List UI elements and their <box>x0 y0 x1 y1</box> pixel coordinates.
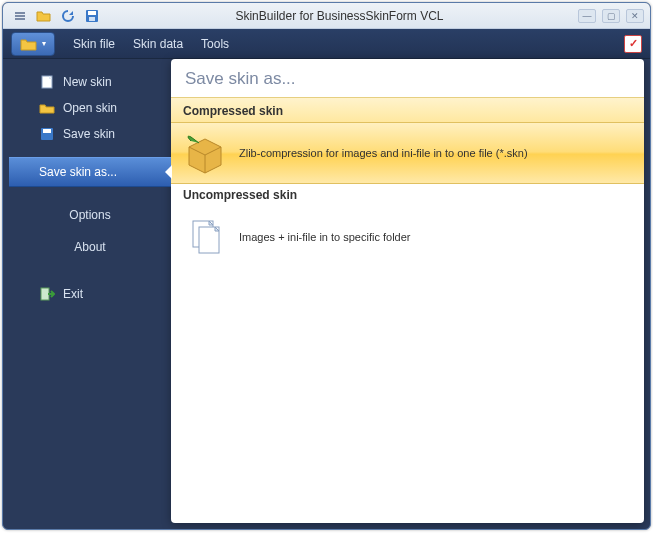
svg-rect-8 <box>43 129 51 133</box>
help-button[interactable]: ✓ <box>624 35 642 53</box>
titlebar: SkinBuilder for BusinessSkinForm VCL — ▢… <box>3 3 650 29</box>
sidebar-item-open-skin[interactable]: Open skin <box>9 95 171 121</box>
exit-icon <box>39 286 55 302</box>
sidebar-label-options: Options <box>69 208 110 222</box>
sidebar-item-about[interactable]: About <box>9 231 171 263</box>
maximize-icon: ▢ <box>607 11 616 21</box>
sidebar-label-new-skin: New skin <box>63 75 112 89</box>
folder-icon <box>20 36 38 52</box>
sidebar-item-options[interactable]: Options <box>9 199 171 231</box>
close-icon: ✕ <box>631 11 639 21</box>
app-window: SkinBuilder for BusinessSkinForm VCL — ▢… <box>2 2 651 530</box>
menu-tools[interactable]: Tools <box>201 37 229 51</box>
folder-open-icon <box>39 100 55 116</box>
menu-skin-file[interactable]: Skin file <box>73 37 115 51</box>
close-button[interactable]: ✕ <box>626 9 644 23</box>
app-menu-sidebar: New skin Open skin Save skin Save skin a… <box>9 59 171 523</box>
files-icon <box>183 215 227 259</box>
sidebar-label-open-skin: Open skin <box>63 101 117 115</box>
svg-rect-4 <box>88 11 96 15</box>
svg-rect-5 <box>89 17 95 21</box>
sidebar-label-exit: Exit <box>63 287 83 301</box>
window-buttons: — ▢ ✕ <box>578 9 644 23</box>
qat-refresh-button[interactable] <box>59 7 77 25</box>
main-area: New skin Open skin Save skin Save skin a… <box>9 59 644 523</box>
chevron-down-icon: ▾ <box>42 39 46 48</box>
sidebar-item-new-skin[interactable]: New skin <box>9 69 171 95</box>
menu-skin-data[interactable]: Skin data <box>133 37 183 51</box>
sidebar-item-save-skin[interactable]: Save skin <box>9 121 171 147</box>
box-icon <box>183 131 227 175</box>
qat-open-button[interactable] <box>35 7 53 25</box>
sidebar-item-save-skin-as[interactable]: Save skin as... <box>9 157 171 187</box>
window-title: SkinBuilder for BusinessSkinForm VCL <box>101 9 578 23</box>
svg-rect-1 <box>15 15 25 17</box>
svg-rect-9 <box>41 288 49 300</box>
option-uncompressed-skin[interactable]: Images + ini-file in to specific folder <box>171 206 644 268</box>
check-icon: ✓ <box>629 37 638 50</box>
qat-menu-button[interactable] <box>11 7 29 25</box>
svg-rect-0 <box>15 12 25 14</box>
app-menu-button[interactable]: ▾ <box>11 32 55 56</box>
sidebar-item-exit[interactable]: Exit <box>9 281 171 307</box>
option-compressed-desc: Zlib-compression for images and ini-file… <box>239 147 528 159</box>
option-uncompressed-desc: Images + ini-file in to specific folder <box>239 231 411 243</box>
quick-access-toolbar <box>11 7 101 25</box>
minimize-icon: — <box>583 11 592 21</box>
minimize-button[interactable]: — <box>578 9 596 23</box>
refresh-icon <box>60 8 76 24</box>
folder-open-icon <box>36 8 52 24</box>
menubar: ▾ Skin file Skin data Tools ✓ <box>3 29 650 59</box>
maximize-button[interactable]: ▢ <box>602 9 620 23</box>
sidebar-label-save-skin: Save skin <box>63 127 115 141</box>
sidebar-label-save-skin-as: Save skin as... <box>39 165 117 179</box>
save-icon <box>39 126 55 142</box>
sidebar-label-about: About <box>74 240 105 254</box>
section-head-compressed: Compressed skin <box>171 97 644 122</box>
save-icon <box>84 8 100 24</box>
panel-title: Save skin as... <box>171 59 644 97</box>
new-file-icon <box>39 74 55 90</box>
qat-save-button[interactable] <box>83 7 101 25</box>
svg-rect-2 <box>15 18 25 20</box>
content-panel: Save skin as... Compressed skin Zlib-com… <box>171 59 644 523</box>
option-compressed-skin[interactable]: Zlib-compression for images and ini-file… <box>171 122 644 184</box>
section-head-uncompressed: Uncompressed skin <box>171 184 644 206</box>
menu-icon <box>13 9 27 23</box>
